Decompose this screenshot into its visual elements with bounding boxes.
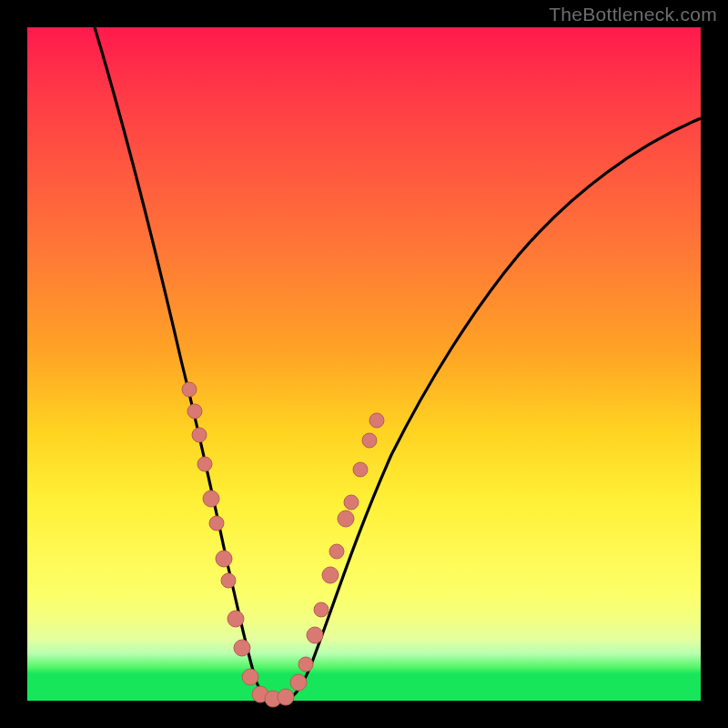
watermark-text: TheBottleneck.com bbox=[549, 4, 717, 25]
svg-point-4 bbox=[203, 490, 219, 507]
markers-left bbox=[182, 382, 294, 707]
svg-point-20 bbox=[338, 511, 354, 527]
svg-point-24 bbox=[369, 413, 384, 428]
chart-frame: TheBottleneck.com bbox=[0, 0, 728, 728]
svg-point-16 bbox=[307, 627, 323, 643]
svg-point-1 bbox=[187, 404, 202, 419]
svg-point-0 bbox=[182, 382, 197, 397]
svg-point-21 bbox=[344, 495, 359, 510]
svg-point-6 bbox=[216, 551, 232, 567]
curve-layer bbox=[27, 27, 701, 701]
bottleneck-curve bbox=[95, 27, 701, 701]
svg-point-13 bbox=[278, 689, 294, 705]
svg-point-19 bbox=[329, 544, 344, 559]
svg-point-5 bbox=[209, 516, 224, 531]
svg-point-2 bbox=[192, 428, 207, 442]
svg-point-15 bbox=[298, 657, 313, 672]
svg-point-3 bbox=[197, 457, 212, 471]
svg-point-9 bbox=[234, 640, 250, 656]
svg-point-18 bbox=[322, 567, 339, 583]
svg-point-17 bbox=[314, 602, 329, 617]
svg-point-10 bbox=[242, 669, 258, 685]
svg-point-14 bbox=[290, 674, 307, 691]
plot-area bbox=[27, 27, 701, 701]
svg-point-23 bbox=[362, 433, 377, 448]
markers-right bbox=[290, 413, 384, 691]
svg-point-22 bbox=[353, 462, 368, 477]
svg-point-7 bbox=[221, 573, 236, 588]
svg-point-8 bbox=[228, 611, 244, 627]
